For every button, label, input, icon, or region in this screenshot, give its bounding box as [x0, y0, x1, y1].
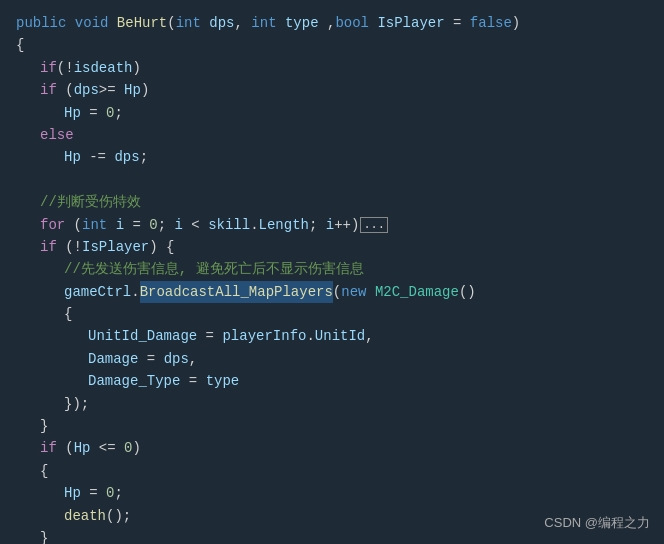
code-line-12: //先发送伤害信息, 避免死亡后不显示伤害信息 [64, 258, 648, 280]
number-0-3: 0 [124, 437, 132, 459]
code-line-14: { [64, 303, 648, 325]
code-line-18: }); [64, 393, 648, 415]
keyword-void: void [75, 12, 109, 34]
var-hp-4: Hp [74, 437, 91, 459]
code-line-15: UnitId_Damage = playerInfo . UnitId , [88, 325, 648, 347]
code-line-16: Damage = dps , [88, 348, 648, 370]
type-int-2: int [251, 12, 276, 34]
var-hp-3: Hp [64, 146, 81, 168]
comment-2: //先发送伤害信息, 避免死亡后不显示伤害信息 [64, 258, 364, 280]
keyword-if-1: if [40, 57, 57, 79]
method-death: death [64, 505, 106, 527]
prop-playerunitid: UnitId [315, 325, 365, 347]
keyword-for: for [40, 214, 65, 236]
code-line-6: else [40, 124, 648, 146]
var-i-2: i [175, 214, 183, 236]
code-line-19: } [40, 415, 648, 437]
code-line-13: gameCtrl . BroadcastAll_MapPlayers ( new… [64, 281, 648, 303]
var-i-3: i [326, 214, 334, 236]
var-gamectrl: gameCtrl [64, 281, 131, 303]
keyword-if-3: if [40, 236, 57, 258]
method-name: BeHurt [117, 12, 167, 34]
keyword-else: else [40, 124, 74, 146]
value-false: false [470, 12, 512, 34]
number-0-1: 0 [106, 102, 114, 124]
var-dps-1: dps [74, 79, 99, 101]
type-bool: bool [335, 12, 369, 34]
code-line-1: public void BeHurt ( int dps , int type … [16, 12, 648, 34]
var-isdeath: isdeath [74, 57, 133, 79]
var-length: Length [259, 214, 309, 236]
keyword-if-2: if [40, 79, 57, 101]
ellipsis-box: ... [360, 217, 388, 233]
keyword-if-4: if [40, 437, 57, 459]
prop-damagetype: Damage_Type [88, 370, 180, 392]
var-dps-3: dps [164, 348, 189, 370]
keyword-public: public [16, 12, 66, 34]
code-container: public void BeHurt ( int dps , int type … [0, 0, 664, 544]
number-0-2: 0 [149, 214, 157, 236]
prop-damage: Damage [88, 348, 138, 370]
keyword-new: new [341, 281, 366, 303]
var-type-highlighted: type [206, 370, 240, 392]
code-line-3: if (! isdeath ) [40, 57, 648, 79]
param-dps: dps [209, 12, 234, 34]
var-hp-5: Hp [64, 482, 81, 504]
type-int-for: int [82, 214, 107, 236]
code-line-2: { [16, 34, 648, 56]
watermark: CSDN @编程之力 [544, 513, 650, 534]
var-hp-2: Hp [64, 102, 81, 124]
type-m2cdamage: M2C_Damage [375, 281, 459, 303]
code-line-10: for ( int i = 0 ; i < skill . Length ; i… [40, 214, 648, 236]
number-0-4: 0 [106, 482, 114, 504]
var-i: i [116, 214, 124, 236]
var-isplayer: IsPlayer [82, 236, 149, 258]
param-type: type [285, 12, 319, 34]
code-line-22: Hp = 0 ; [64, 482, 648, 504]
var-skill: skill [208, 214, 250, 236]
code-line-9: //判断受伤特效 [40, 191, 648, 213]
code-line-21: { [40, 460, 648, 482]
var-hp-1: Hp [124, 79, 141, 101]
code-line-11: if (! IsPlayer ) { [40, 236, 648, 258]
code-line-20: if ( Hp <= 0 ) [40, 437, 648, 459]
var-dps-2: dps [114, 146, 139, 168]
type-int-1: int [176, 12, 201, 34]
prop-unitid: UnitId_Damage [88, 325, 197, 347]
method-broadcastall: BroadcastAll_MapPlayers [140, 281, 333, 303]
param-isplayer: IsPlayer [377, 12, 444, 34]
code-line-17: Damage_Type = type [88, 370, 648, 392]
code-line-4: if ( dps >= Hp ) [40, 79, 648, 101]
comment-1: //判断受伤特效 [40, 191, 141, 213]
code-line-5: Hp = 0 ; [64, 102, 648, 124]
code-line-8 [16, 169, 648, 191]
var-playerinfo: playerInfo [222, 325, 306, 347]
code-line-7: Hp -= dps ; [64, 146, 648, 168]
